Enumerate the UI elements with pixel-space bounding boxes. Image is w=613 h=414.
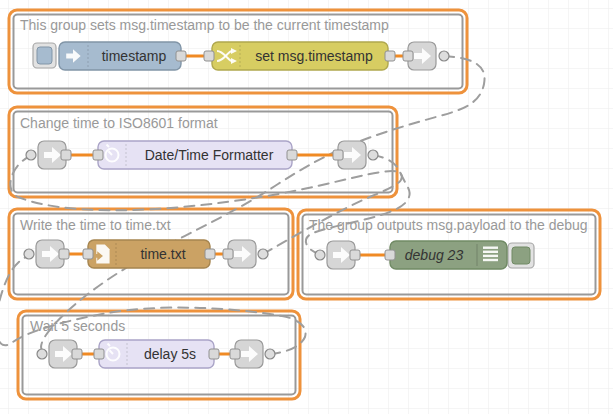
linkin-virtual-port[interactable] [24,249,34,259]
group-title: This group sets msg.timestamp to be the … [20,17,389,33]
linkin-virtual-port[interactable] [315,250,325,260]
linkin-virtual-port[interactable] [37,349,47,359]
change-input-port[interactable] [204,51,214,61]
datetime-node-label: Date/Time Formatter [145,147,274,163]
linkout-input-port[interactable] [230,349,240,359]
debug-input-port[interactable] [385,250,395,260]
file-node-label: time.txt [140,246,185,262]
inject-node-label: timestamp [102,48,167,64]
file-output-port[interactable] [205,249,215,259]
linkin-output-port[interactable] [350,250,360,260]
inject-button-face[interactable] [37,47,52,64]
inject-node[interactable]: timestamp [33,42,181,70]
change-node[interactable]: set msg.timestamp [212,42,388,70]
file-node[interactable]: time.txt [88,240,210,268]
linkout-input-port[interactable] [223,249,233,259]
linkout-input-port[interactable] [333,150,343,160]
inject-output-port[interactable] [176,51,186,61]
group-title: Change time to ISO8601 format [20,115,218,131]
group-title: Write the time to time.txt [20,217,171,233]
linkin-virtual-port[interactable] [26,150,36,160]
change-node-label: set msg.timestamp [255,48,373,64]
datetime-input-port[interactable] [93,150,103,160]
linkout-virtual-port[interactable] [265,349,275,359]
flow-canvas[interactable]: This group sets msg.timestamp to be the … [0,0,613,414]
delay-input-port[interactable] [94,349,104,359]
datetime-formatter-node[interactable]: Date/Time Formatter [98,141,292,169]
linkout-virtual-port[interactable] [258,249,268,259]
linkin-output-port[interactable] [72,349,82,359]
linkin-output-port[interactable] [59,249,69,259]
linkout-virtual-port[interactable] [368,150,378,160]
debug-toggle-button-face[interactable] [512,247,530,264]
delay-node-label: delay 5s [144,346,196,362]
datetime-output-port[interactable] [287,150,297,160]
linkout-virtual-port[interactable] [439,51,449,61]
delay-node[interactable]: delay 5s [99,340,214,368]
file-input-port[interactable] [83,249,93,259]
debug-node-label: debug 23 [405,247,464,263]
debug-node[interactable]: debug 23 [390,241,534,269]
change-output-port[interactable] [385,51,395,61]
delay-output-port[interactable] [209,349,219,359]
linkin-output-port[interactable] [61,150,71,160]
group-title: The group outputs msg.payload to the deb… [309,217,588,233]
linkout-input-port[interactable] [403,51,413,61]
group-title: Wait 5 seconds [30,318,125,334]
